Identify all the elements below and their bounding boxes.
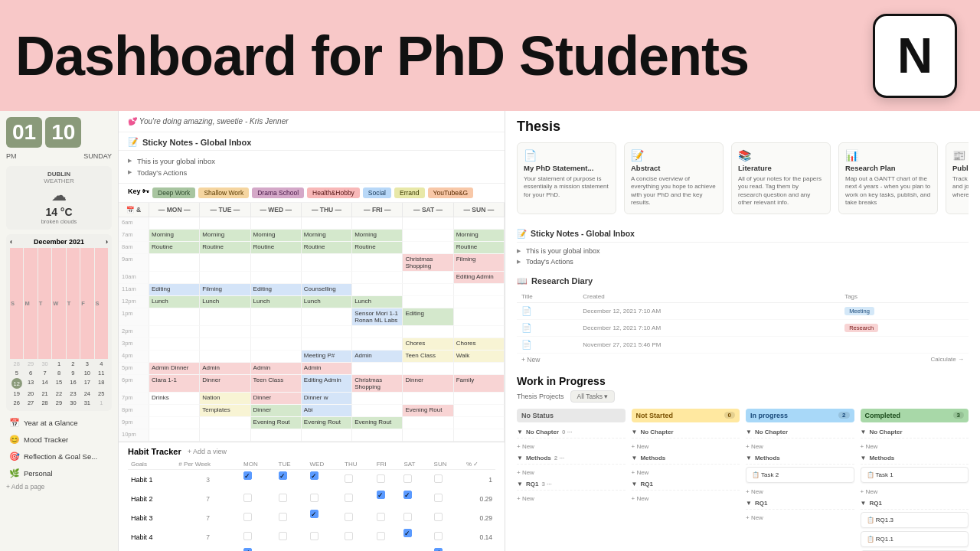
habit-0-fri-check[interactable] [377, 474, 385, 483]
habit-0-sat-check[interactable] [403, 474, 412, 483]
add-not-started-no-chapter[interactable]: + New [632, 441, 740, 452]
planner-header-tue: — TUE — [200, 203, 250, 217]
habit-name-3[interactable]: Habit 4 [128, 527, 175, 546]
sidebar-item-year-label: Year at a Glance [24, 419, 77, 427]
add-not-started-methods[interactable]: + New [632, 467, 740, 478]
habit-3-sat-check[interactable]: ✓ [403, 529, 412, 537]
add-in-progress-no-chapter[interactable]: + New [746, 441, 854, 452]
add-not-started-rq1[interactable]: + New [632, 493, 740, 504]
habit-1-fri-check[interactable]: ✓ [377, 491, 385, 499]
kanban-c-group2: ▼Methods [861, 452, 969, 465]
thesis-card-4[interactable]: 📰 Publication Plan Track upcoming confer… [946, 142, 969, 214]
habit-2-wed-check[interactable]: ✓ [310, 510, 318, 518]
habit-1-sun-check[interactable] [434, 494, 443, 502]
habit-name-2[interactable]: Habit 3 [128, 508, 175, 527]
badge-shallow-work[interactable]: Shallow Work [198, 187, 249, 198]
sidebar-item-reflection[interactable]: 🎯 Reflection & Goal Se... [6, 449, 112, 464]
habit-name-4[interactable]: Habit 5 [128, 546, 175, 551]
thesis-card-1[interactable]: 📝 Abstract A concise overview of everyth… [624, 142, 724, 214]
habit-3-fri-check[interactable] [377, 532, 385, 540]
planner-grid: 📅 & — MON — — TUE — — WED — — THU — — FR… [119, 203, 505, 442]
quote-text: You're doing amazing, sweetie - Kris Jen… [139, 117, 289, 126]
diary-tag-meeting[interactable]: Meeting [844, 307, 874, 315]
thesis-card-desc-0: Your statement of purpose is essentially… [524, 175, 609, 199]
badge-drama-school[interactable]: Drama School [252, 187, 304, 198]
habit-1-wed-check[interactable] [310, 494, 318, 502]
personal-icon: 🌿 [9, 468, 20, 478]
wip-subheader: Thesis Projects All Tasks ▾ [517, 390, 969, 403]
thesis-card-3[interactable]: 📊 Research Plan Map out a GANTT chart of… [838, 142, 938, 214]
kanban-card-rq13[interactable]: 📋 RQ1.3 [861, 512, 969, 528]
sticky-right-item-1[interactable]: Today's Actions [517, 256, 969, 267]
add-in-progress-methods[interactable]: + New [746, 486, 854, 497]
habit-4-mon-check[interactable]: ✓ [243, 548, 252, 551]
habit-2-mon-check[interactable] [243, 513, 252, 521]
all-tasks-filter[interactable]: All Tasks ▾ [570, 390, 616, 403]
habit-1-tue-check[interactable] [279, 494, 287, 502]
thesis-card-0[interactable]: 📄 My PhD Statement... Your statement of … [517, 142, 616, 214]
sticky-item-0[interactable]: This is your global inbox [128, 155, 495, 167]
badge-deep-work[interactable]: Deep Work [152, 187, 195, 198]
badge-errand[interactable]: Errand [394, 187, 425, 198]
add-no-status-no-chapter[interactable]: + New [517, 441, 626, 452]
add-completed-no-chapter[interactable]: + New [861, 441, 969, 452]
habit-4-sun-check[interactable]: ✓ [434, 548, 443, 551]
sidebar-item-personal[interactable]: 🌿 Personal [6, 466, 112, 481]
habit-1-sat-check[interactable]: ✓ [403, 491, 412, 499]
badge-health-hobby[interactable]: Health&Hobby [307, 187, 360, 198]
add-no-status-rq1[interactable]: + New [517, 493, 626, 504]
habit-3-sun-check[interactable] [434, 532, 443, 540]
diary-row-1[interactable]: 📄 December 12, 2021 7:10 AM Research [517, 319, 969, 336]
add-page-button[interactable]: + Add a page [6, 481, 112, 493]
badge-youtube[interactable]: YouTube&G [428, 187, 474, 198]
habit-1-mon-check[interactable] [243, 494, 252, 502]
add-no-status-methods[interactable]: + New [517, 467, 626, 478]
habit-3-mon-check[interactable] [243, 532, 252, 540]
habit-name-1[interactable]: Habit 2 [128, 489, 175, 508]
habit-2-thu-check[interactable] [345, 513, 353, 521]
time-6pm: 6pm [119, 375, 149, 393]
habit-3-tue-check[interactable] [279, 532, 287, 540]
habit-0-tue-check[interactable]: ✓ [279, 471, 287, 480]
kanban-card-task2[interactable]: 📋 Task 2 [746, 467, 854, 483]
add-view-button[interactable]: + Add a view [188, 448, 227, 455]
habit-0-thu-check[interactable] [345, 474, 353, 483]
sidebar-item-mood[interactable]: 😊 Mood Tracker [6, 432, 112, 447]
thesis-card-title-4: Publication Plan [952, 164, 969, 172]
habit-2-sat-check[interactable] [403, 513, 412, 521]
habit-0-wed-check[interactable]: ✓ [310, 471, 318, 480]
habit-2-fri-check[interactable] [377, 513, 385, 521]
habit-0-sun-check[interactable] [434, 474, 443, 483]
diary-row-0[interactable]: 📄 December 12, 2021 7:10 AM Meeting [517, 302, 969, 319]
kanban-card-task1[interactable]: 📋 Task 1 [861, 467, 969, 483]
habit-1-thu-check[interactable] [345, 494, 353, 502]
habit-2-tue-check[interactable] [279, 513, 287, 521]
add-completed-methods[interactable]: + New [861, 486, 969, 497]
kanban-card-rq11a[interactable]: 📋 RQ1.1 [861, 531, 969, 547]
page-title: Dashboard for PhD Students [15, 28, 749, 83]
col-pct: % ✓ [463, 459, 495, 470]
cal-prev[interactable]: ‹ [10, 238, 12, 246]
diary-tag-research[interactable]: Research [844, 324, 878, 332]
habit-3-thu-check[interactable] [345, 532, 353, 540]
habit-2-sun-check[interactable] [434, 513, 443, 521]
sidebar-nav: 📅 Year at a Glance 😊 Mood Tracker 🎯 Refl… [6, 416, 112, 481]
diary-row-2[interactable]: 📄 November 27, 2021 5:46 PM [517, 336, 969, 353]
habit-3-wed-check[interactable] [310, 532, 318, 540]
sticky-right-item-0[interactable]: This is your global inbox [517, 246, 969, 256]
add-diary-button[interactable]: + New [517, 354, 544, 366]
sticky-item-1[interactable]: Today's Actions [128, 167, 495, 178]
add-in-progress-rq1[interactable]: + New [746, 512, 854, 523]
habit-0-mon-check[interactable]: ✓ [243, 471, 252, 480]
badge-social[interactable]: Social [363, 187, 391, 198]
work-in-progress-section: Work in Progress Thesis Projects All Tas… [517, 375, 969, 551]
habit-name-0[interactable]: Habit 1 [128, 470, 175, 490]
sidebar-item-year[interactable]: 📅 Year at a Glance [6, 416, 112, 430]
cal-header-th: T [67, 248, 80, 359]
thesis-card-desc-2: All of your notes for the papers you rea… [738, 175, 824, 207]
thesis-card-2[interactable]: 📚 Literature All of your notes for the p… [731, 142, 831, 214]
calculate-button[interactable]: Calculate → [926, 354, 969, 365]
kanban-ns-group1: ▼No Chapter [632, 426, 740, 439]
kanban-c-group3: ▼RQ1 [861, 497, 969, 510]
cal-next[interactable]: › [106, 238, 108, 246]
